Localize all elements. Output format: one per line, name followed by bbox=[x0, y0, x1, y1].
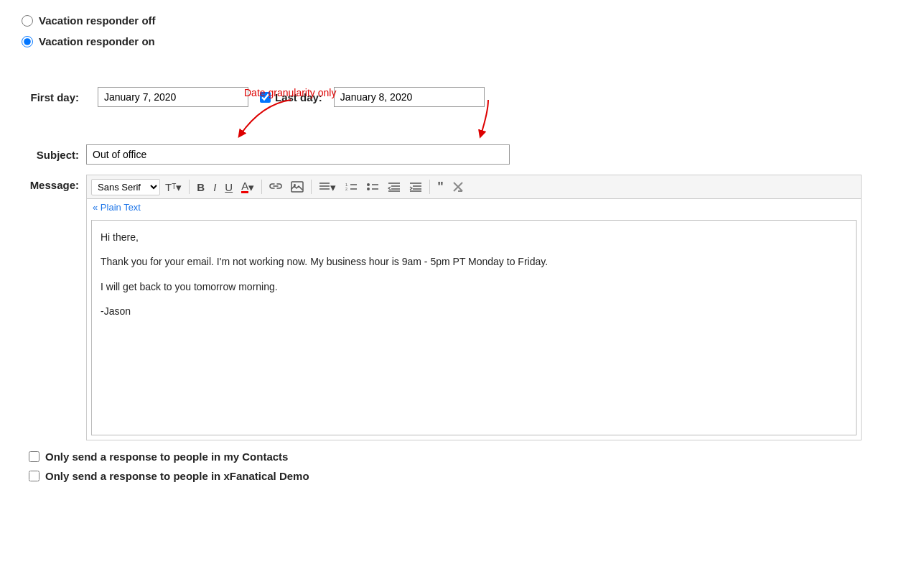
bold-button[interactable]: B bbox=[193, 180, 208, 195]
link-icon bbox=[269, 182, 282, 192]
text-color-button[interactable]: A ▾ bbox=[238, 178, 258, 195]
align-button[interactable]: ▾ bbox=[315, 180, 340, 195]
message-label: Message: bbox=[22, 175, 86, 191]
indent-more-icon bbox=[409, 182, 422, 192]
demo-checkbox-label[interactable]: Only send a response to people in xFanat… bbox=[45, 470, 309, 482]
clear-format-button[interactable] bbox=[449, 179, 467, 195]
numbered-list-button[interactable]: 1. 2. bbox=[341, 180, 361, 194]
arrow-2 bbox=[459, 97, 531, 140]
vacation-on-radio-group: Vacation responder on bbox=[22, 35, 902, 47]
indent-less-icon bbox=[388, 182, 401, 192]
subject-input[interactable] bbox=[86, 144, 510, 165]
message-editor[interactable]: Hi there, Thank you for your email. I'm … bbox=[91, 220, 857, 435]
font-family-select[interactable]: Sans Serif Serif Fixed width bbox=[91, 179, 160, 195]
bullet-list-icon bbox=[366, 182, 379, 192]
sep4 bbox=[429, 180, 430, 194]
image-icon bbox=[291, 181, 304, 193]
vacation-off-label[interactable]: Vacation responder off bbox=[39, 14, 156, 27]
svg-point-9 bbox=[367, 183, 370, 186]
svg-text:2.: 2. bbox=[345, 187, 348, 191]
bullet-list-button[interactable] bbox=[363, 180, 383, 194]
demo-checkbox-row: Only send a response to people in xFanat… bbox=[22, 470, 902, 482]
contacts-checkbox-label[interactable]: Only send a response to people in my Con… bbox=[45, 451, 288, 463]
contacts-checkbox[interactable] bbox=[29, 451, 39, 462]
indent-less-button[interactable] bbox=[384, 180, 404, 194]
annotation-area: Date granularity only First day: Last da… bbox=[22, 87, 902, 144]
message-section: Message: Sans Serif Serif Fixed width TT… bbox=[22, 175, 902, 440]
link-button[interactable] bbox=[266, 180, 286, 194]
plain-text-link[interactable]: « Plain Text bbox=[87, 199, 146, 216]
contacts-checkbox-row: Only send a response to people in my Con… bbox=[22, 451, 902, 463]
editor-toolbar: Sans Serif Serif Fixed width TT ▾ B I U … bbox=[87, 175, 861, 199]
numbered-list-icon: 1. 2. bbox=[345, 182, 358, 192]
indent-more-button[interactable] bbox=[406, 180, 426, 194]
sep3 bbox=[311, 180, 312, 194]
svg-point-10 bbox=[367, 188, 370, 190]
image-button[interactable] bbox=[287, 179, 307, 195]
subject-row: Subject: bbox=[22, 144, 902, 165]
arrow-1 bbox=[233, 97, 327, 140]
vacation-on-label[interactable]: Vacation responder on bbox=[39, 35, 155, 47]
align-icon bbox=[319, 182, 330, 192]
font-size-button[interactable]: TT ▾ bbox=[162, 180, 185, 195]
vacation-off-radio[interactable] bbox=[22, 15, 33, 27]
demo-checkbox[interactable] bbox=[29, 471, 39, 481]
clear-format-icon bbox=[452, 181, 464, 193]
first-day-input[interactable] bbox=[98, 87, 248, 107]
sep2 bbox=[261, 180, 262, 194]
vacation-on-radio[interactable] bbox=[22, 36, 33, 47]
editor-container: Sans Serif Serif Fixed width TT ▾ B I U … bbox=[86, 175, 862, 440]
quote-button[interactable]: " bbox=[434, 178, 447, 195]
sep1 bbox=[189, 180, 190, 194]
subject-label: Subject: bbox=[22, 149, 86, 161]
underline-button[interactable]: U bbox=[221, 180, 236, 195]
first-day-label: First day: bbox=[22, 91, 86, 103]
italic-button[interactable]: I bbox=[210, 180, 220, 195]
vacation-off-radio-group: Vacation responder off bbox=[22, 14, 902, 27]
